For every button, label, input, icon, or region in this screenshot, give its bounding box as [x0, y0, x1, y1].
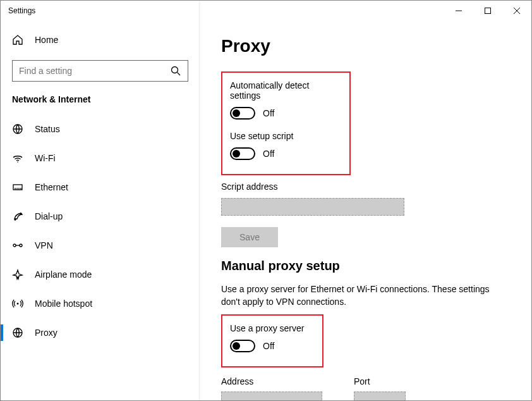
- sidebar-item-label: VPN: [35, 240, 53, 250]
- use-proxy-state: Off: [263, 341, 274, 351]
- sidebar-item-hotspot[interactable]: Mobile hotspot: [1, 289, 200, 318]
- sidebar-item-label: Wi-Fi: [35, 153, 56, 163]
- svg-point-4: [172, 67, 178, 73]
- auto-detect-toggle[interactable]: [230, 107, 255, 120]
- hotspot-icon: [12, 298, 23, 309]
- home-label: Home: [35, 35, 58, 45]
- auto-detect-label: Automatically detect settings: [230, 80, 342, 101]
- wifi-icon: [12, 152, 23, 164]
- nav-list: Status Wi-Fi Ethernet Dial-up VPN Airpla…: [1, 114, 200, 347]
- highlight-box-proxy: Use a proxy server Off: [221, 314, 323, 367]
- content-pane: Proxy Automatically detect settings Off …: [200, 21, 531, 400]
- script-address-label: Script address: [221, 182, 510, 192]
- toggle-knob: [233, 342, 240, 350]
- search-box[interactable]: [12, 60, 188, 82]
- sidebar-item-airplane[interactable]: Airplane mode: [1, 260, 200, 289]
- toggle-knob: [233, 109, 240, 117]
- setup-script-state: Off: [263, 149, 274, 159]
- manual-heading: Manual proxy setup: [221, 259, 510, 273]
- maximize-button[interactable]: [473, 1, 502, 21]
- sidebar: Home Network & Internet Status Wi-Fi Eth…: [1, 21, 200, 400]
- svg-point-18: [17, 303, 19, 305]
- sidebar-item-label: Status: [35, 124, 60, 134]
- address-label: Address: [221, 376, 322, 386]
- sidebar-item-wifi[interactable]: Wi-Fi: [1, 144, 200, 173]
- sidebar-item-proxy[interactable]: Proxy: [1, 318, 200, 347]
- svg-point-13: [15, 219, 16, 220]
- search-icon: [170, 65, 181, 77]
- search-input[interactable]: [19, 66, 170, 76]
- ethernet-icon: [12, 182, 23, 193]
- port-label: Port: [354, 376, 406, 386]
- svg-rect-1: [485, 8, 491, 14]
- svg-point-15: [13, 244, 16, 247]
- dialup-icon: [12, 211, 23, 222]
- manual-description: Use a proxy server for Ethernet or Wi-Fi…: [221, 283, 510, 308]
- address-input[interactable]: [221, 392, 322, 400]
- sidebar-item-label: Airplane mode: [35, 269, 92, 280]
- sidebar-item-ethernet[interactable]: Ethernet: [1, 173, 200, 202]
- vpn-icon: [12, 240, 23, 251]
- use-proxy-label: Use a proxy server: [230, 323, 315, 333]
- highlight-box-auto: Automatically detect settings Off Use se…: [221, 71, 351, 175]
- sidebar-item-dialup[interactable]: Dial-up: [1, 202, 200, 231]
- sidebar-item-label: Mobile hotspot: [35, 299, 92, 309]
- use-proxy-toggle[interactable]: [230, 340, 255, 352]
- close-button[interactable]: [502, 1, 531, 21]
- sidebar-item-vpn[interactable]: VPN: [1, 231, 200, 260]
- sidebar-item-label: Ethernet: [35, 182, 68, 192]
- airplane-icon: [12, 269, 23, 280]
- page-title: Proxy: [221, 36, 510, 56]
- status-icon: [12, 123, 23, 135]
- section-header: Network & Internet: [1, 94, 200, 104]
- port-input[interactable]: [354, 392, 406, 400]
- svg-point-16: [20, 244, 22, 247]
- setup-script-label: Use setup script: [230, 131, 342, 141]
- svg-line-5: [178, 73, 181, 76]
- minimize-button[interactable]: [444, 1, 473, 21]
- titlebar: Settings: [1, 1, 531, 21]
- save-button[interactable]: Save: [221, 227, 278, 247]
- sidebar-item-status[interactable]: Status: [1, 114, 200, 144]
- svg-point-14: [20, 213, 21, 214]
- auto-detect-state: Off: [263, 108, 274, 118]
- toggle-knob: [233, 150, 240, 157]
- setup-script-toggle[interactable]: [230, 147, 255, 160]
- home-icon: [12, 34, 23, 46]
- sidebar-item-label: Proxy: [35, 328, 57, 338]
- window-title: Settings: [8, 6, 444, 15]
- sidebar-item-label: Dial-up: [35, 211, 63, 221]
- home-nav[interactable]: Home: [1, 27, 200, 52]
- svg-point-7: [17, 161, 18, 163]
- script-address-input[interactable]: [221, 198, 404, 216]
- sidebar-divider: [199, 1, 200, 400]
- proxy-icon: [12, 327, 23, 338]
